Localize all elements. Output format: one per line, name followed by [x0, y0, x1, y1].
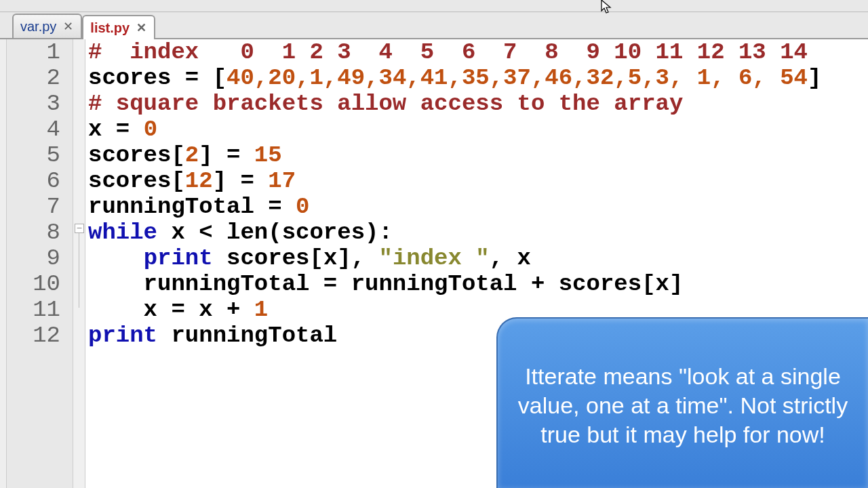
fold-guide [79, 233, 79, 308]
number: 0 [296, 194, 309, 220]
tab-label: list.py [90, 20, 130, 36]
tab-label: var.py [20, 19, 56, 35]
number: 17 [268, 168, 296, 194]
line-number: 9 [7, 245, 73, 271]
mouse-cursor [600, 0, 614, 18]
tab-list-py[interactable]: list.py ✕ [82, 15, 155, 39]
code-text: scores[ [88, 142, 185, 168]
line-number: 6 [7, 168, 73, 194]
code-text: runningTotal [157, 323, 337, 348]
string: "index " [379, 245, 490, 271]
left-edge [0, 39, 7, 488]
code-text: x = [88, 117, 144, 142]
line-number: 5 [7, 142, 73, 168]
comment: # index 0 1 2 3 4 5 6 7 8 9 10 11 12 13 … [88, 39, 808, 65]
code-text: , x [490, 245, 531, 271]
indent [88, 245, 144, 271]
keyword: print [144, 245, 213, 271]
line-number: 11 [7, 297, 73, 323]
fold-toggle-icon[interactable]: − [75, 224, 84, 233]
code-text: x = x + [88, 297, 254, 323]
close-icon[interactable]: ✕ [135, 22, 147, 34]
code-text: scores[ [88, 168, 185, 194]
fold-column: − [73, 39, 85, 488]
number: 2 [185, 142, 199, 168]
code-text: ] = [213, 168, 269, 194]
line-number: 3 [7, 91, 73, 117]
callout-text: Itterate means "look at a single value, … [517, 362, 849, 449]
keyword: print [88, 323, 157, 348]
code-text: runningTotal = runningTotal + scores[x] [88, 271, 683, 297]
tab-var-py[interactable]: var.py ✕ [12, 14, 82, 38]
code-text: ] [808, 65, 821, 91]
comment: # square brackets allow access to the ar… [88, 91, 683, 117]
code-text: scores = [ [88, 65, 226, 91]
title-bar [0, 0, 868, 12]
info-callout: Itterate means "look at a single value, … [496, 317, 868, 488]
number: 0 [144, 117, 157, 142]
line-number: 8 [7, 220, 73, 245]
line-number-gutter: 1 2 3 4 5 6 7 8 9 10 11 12 [7, 39, 73, 488]
line-number: 2 [7, 65, 73, 91]
line-number: 10 [7, 271, 73, 297]
code-text: ] = [199, 142, 254, 168]
code-text: x < len(scores): [157, 220, 393, 245]
code-text: scores[x], [213, 245, 379, 271]
line-number: 7 [7, 194, 73, 220]
number-list: 40,20,1,49,34,41,35,37,46,32,5,3, 1, 6, … [226, 65, 808, 91]
number: 15 [254, 142, 282, 168]
line-number: 1 [7, 39, 73, 65]
number: 12 [185, 168, 213, 194]
keyword: while [88, 220, 157, 245]
number: 1 [254, 297, 268, 323]
tab-bar: var.py ✕ list.py ✕ [0, 12, 868, 39]
line-number: 12 [7, 323, 73, 348]
code-text: runningTotal = [88, 194, 296, 220]
close-icon[interactable]: ✕ [62, 20, 74, 33]
line-number: 4 [7, 117, 73, 142]
